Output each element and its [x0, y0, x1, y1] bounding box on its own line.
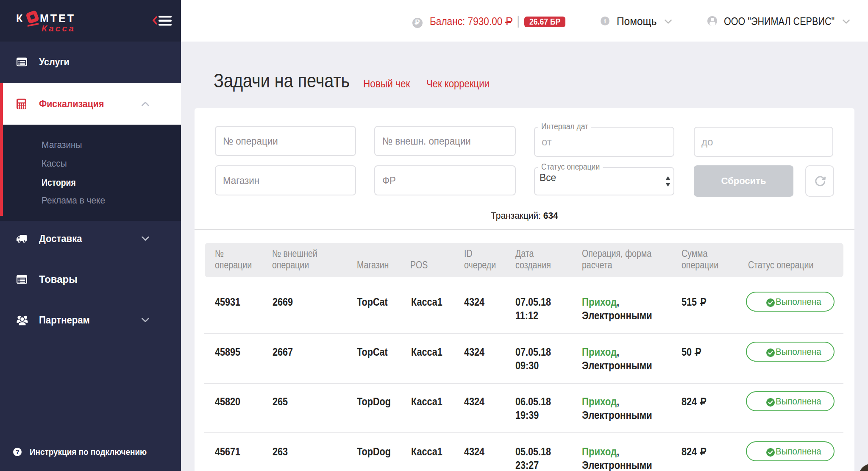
svg-text:Касса: Касса: [42, 23, 74, 33]
svg-text:К: К: [16, 12, 23, 24]
svg-text:?: ?: [16, 449, 19, 455]
svg-text:МТЕТ: МТЕТ: [40, 12, 74, 24]
